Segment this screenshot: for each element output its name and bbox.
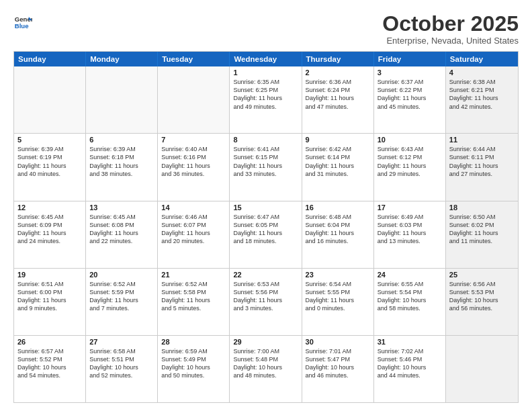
calendar-cell: 2Sunrise: 6:36 AM Sunset: 6:24 PM Daylig… (302, 66, 374, 133)
calendar-row-4: 26Sunrise: 6:57 AM Sunset: 5:52 PM Dayli… (14, 336, 518, 402)
calendar-cell: 12Sunrise: 6:45 AM Sunset: 6:09 PM Dayli… (14, 201, 86, 268)
day-number: 4 (449, 68, 515, 77)
calendar-cell: 20Sunrise: 6:52 AM Sunset: 5:59 PM Dayli… (86, 269, 158, 335)
day-number: 10 (378, 136, 442, 144)
cell-details: Sunrise: 6:50 AM Sunset: 6:02 PM Dayligh… (449, 213, 515, 246)
day-number: 27 (89, 338, 154, 346)
weekday-header-thursday: Thursday (302, 52, 374, 66)
day-number: 12 (17, 203, 82, 212)
day-number: 24 (378, 271, 442, 279)
cell-details: Sunrise: 6:48 AM Sunset: 6:04 PM Dayligh… (306, 213, 370, 246)
location: Enterprise, Nevada, United States (382, 36, 519, 46)
weekday-header-saturday: Saturday (446, 52, 518, 66)
calendar-cell: 7Sunrise: 6:40 AM Sunset: 6:16 PM Daylig… (158, 134, 230, 200)
calendar-row-0: 1Sunrise: 6:35 AM Sunset: 6:25 PM Daylig… (14, 66, 518, 134)
calendar-cell: 26Sunrise: 6:57 AM Sunset: 5:52 PM Dayli… (14, 336, 86, 402)
cell-details: Sunrise: 6:45 AM Sunset: 6:09 PM Dayligh… (17, 213, 82, 246)
day-number: 28 (161, 338, 226, 346)
calendar-cell: 21Sunrise: 6:52 AM Sunset: 5:58 PM Dayli… (158, 269, 230, 335)
calendar-cell: 27Sunrise: 6:58 AM Sunset: 5:51 PM Dayli… (86, 336, 158, 402)
day-number: 18 (449, 203, 515, 212)
day-number: 30 (306, 338, 370, 346)
day-number: 11 (449, 136, 515, 144)
calendar-cell: 28Sunrise: 6:59 AM Sunset: 5:49 PM Dayli… (158, 336, 230, 402)
day-number: 29 (233, 338, 298, 346)
calendar-cell: 15Sunrise: 6:47 AM Sunset: 6:05 PM Dayli… (230, 201, 302, 268)
weekday-header-wednesday: Wednesday (230, 52, 302, 66)
day-number: 17 (378, 203, 442, 212)
calendar-cell: 8Sunrise: 6:41 AM Sunset: 6:15 PM Daylig… (230, 134, 302, 200)
cell-details: Sunrise: 6:57 AM Sunset: 5:52 PM Dayligh… (17, 347, 82, 380)
calendar-cell: 16Sunrise: 6:48 AM Sunset: 6:04 PM Dayli… (302, 201, 374, 268)
day-number: 7 (161, 136, 226, 144)
cell-details: Sunrise: 6:35 AM Sunset: 6:25 PM Dayligh… (233, 78, 298, 111)
cell-details: Sunrise: 6:38 AM Sunset: 6:21 PM Dayligh… (449, 78, 515, 111)
cell-details: Sunrise: 6:53 AM Sunset: 5:56 PM Dayligh… (233, 280, 298, 313)
cell-details: Sunrise: 6:37 AM Sunset: 6:22 PM Dayligh… (378, 78, 442, 111)
day-number: 20 (89, 271, 154, 279)
day-number: 2 (306, 68, 370, 77)
cell-details: Sunrise: 7:02 AM Sunset: 5:46 PM Dayligh… (378, 347, 442, 380)
calendar-row-2: 12Sunrise: 6:45 AM Sunset: 6:09 PM Dayli… (14, 201, 518, 269)
cell-details: Sunrise: 6:40 AM Sunset: 6:16 PM Dayligh… (161, 145, 226, 178)
calendar-row-3: 19Sunrise: 6:51 AM Sunset: 6:00 PM Dayli… (14, 269, 518, 336)
calendar-cell: 14Sunrise: 6:46 AM Sunset: 6:07 PM Dayli… (158, 201, 230, 268)
calendar-cell: 4Sunrise: 6:38 AM Sunset: 6:21 PM Daylig… (446, 66, 518, 133)
calendar-header: SundayMondayTuesdayWednesdayThursdayFrid… (14, 52, 518, 66)
calendar-cell: 22Sunrise: 6:53 AM Sunset: 5:56 PM Dayli… (230, 269, 302, 335)
cell-details: Sunrise: 6:58 AM Sunset: 5:51 PM Dayligh… (89, 347, 154, 380)
cell-details: Sunrise: 6:56 AM Sunset: 5:53 PM Dayligh… (449, 280, 515, 313)
day-number: 19 (17, 271, 82, 279)
day-number: 15 (233, 203, 298, 212)
cell-details: Sunrise: 6:52 AM Sunset: 5:59 PM Dayligh… (89, 280, 154, 313)
calendar-row-1: 5Sunrise: 6:39 AM Sunset: 6:19 PM Daylig… (14, 134, 518, 201)
day-number: 16 (306, 203, 370, 212)
header: General Blue October 2025 Enterprise, Ne… (13, 12, 519, 46)
weekday-header-sunday: Sunday (14, 52, 86, 66)
day-number: 9 (306, 136, 370, 144)
day-number: 14 (161, 203, 226, 212)
calendar-cell: 10Sunrise: 6:43 AM Sunset: 6:12 PM Dayli… (374, 134, 446, 200)
day-number: 21 (161, 271, 226, 279)
cell-details: Sunrise: 6:39 AM Sunset: 6:18 PM Dayligh… (89, 145, 154, 178)
day-number: 23 (306, 271, 370, 279)
logo-icon: General Blue (13, 12, 32, 31)
day-number: 3 (378, 68, 442, 77)
calendar-cell: 9Sunrise: 6:42 AM Sunset: 6:14 PM Daylig… (302, 134, 374, 200)
day-number: 13 (89, 203, 154, 212)
cell-details: Sunrise: 6:41 AM Sunset: 6:15 PM Dayligh… (233, 145, 298, 178)
day-number: 8 (233, 136, 298, 144)
month-title: October 2025 (382, 12, 519, 36)
cell-details: Sunrise: 6:43 AM Sunset: 6:12 PM Dayligh… (378, 145, 442, 178)
calendar-cell (14, 66, 86, 133)
calendar-cell: 24Sunrise: 6:55 AM Sunset: 5:54 PM Dayli… (374, 269, 446, 335)
calendar-cell: 11Sunrise: 6:44 AM Sunset: 6:11 PM Dayli… (446, 134, 518, 200)
calendar-cell (446, 336, 518, 402)
day-number: 1 (233, 68, 298, 77)
cell-details: Sunrise: 6:45 AM Sunset: 6:08 PM Dayligh… (89, 213, 154, 246)
calendar-cell: 1Sunrise: 6:35 AM Sunset: 6:25 PM Daylig… (230, 66, 302, 133)
calendar-cell: 31Sunrise: 7:02 AM Sunset: 5:46 PM Dayli… (374, 336, 446, 402)
cell-details: Sunrise: 7:00 AM Sunset: 5:48 PM Dayligh… (233, 347, 298, 380)
svg-text:Blue: Blue (15, 22, 29, 30)
day-number: 5 (17, 136, 82, 144)
calendar-cell (86, 66, 158, 133)
cell-details: Sunrise: 6:36 AM Sunset: 6:24 PM Dayligh… (306, 78, 370, 111)
cell-details: Sunrise: 6:59 AM Sunset: 5:49 PM Dayligh… (161, 347, 226, 380)
weekday-header-monday: Monday (86, 52, 158, 66)
cell-details: Sunrise: 6:44 AM Sunset: 6:11 PM Dayligh… (449, 145, 515, 178)
cell-details: Sunrise: 6:54 AM Sunset: 5:55 PM Dayligh… (306, 280, 370, 313)
weekday-header-friday: Friday (374, 52, 446, 66)
calendar-body: 1Sunrise: 6:35 AM Sunset: 6:25 PM Daylig… (14, 66, 518, 402)
day-number: 26 (17, 338, 82, 346)
calendar-cell (158, 66, 230, 133)
cell-details: Sunrise: 6:39 AM Sunset: 6:19 PM Dayligh… (17, 145, 82, 178)
calendar-cell: 23Sunrise: 6:54 AM Sunset: 5:55 PM Dayli… (302, 269, 374, 335)
cell-details: Sunrise: 6:49 AM Sunset: 6:03 PM Dayligh… (378, 213, 442, 246)
calendar-cell: 30Sunrise: 7:01 AM Sunset: 5:47 PM Dayli… (302, 336, 374, 402)
cell-details: Sunrise: 6:52 AM Sunset: 5:58 PM Dayligh… (161, 280, 226, 313)
weekday-header-tuesday: Tuesday (158, 52, 230, 66)
cell-details: Sunrise: 6:55 AM Sunset: 5:54 PM Dayligh… (378, 280, 442, 313)
day-number: 31 (378, 338, 442, 346)
page: General Blue October 2025 Enterprise, Ne… (0, 0, 532, 411)
